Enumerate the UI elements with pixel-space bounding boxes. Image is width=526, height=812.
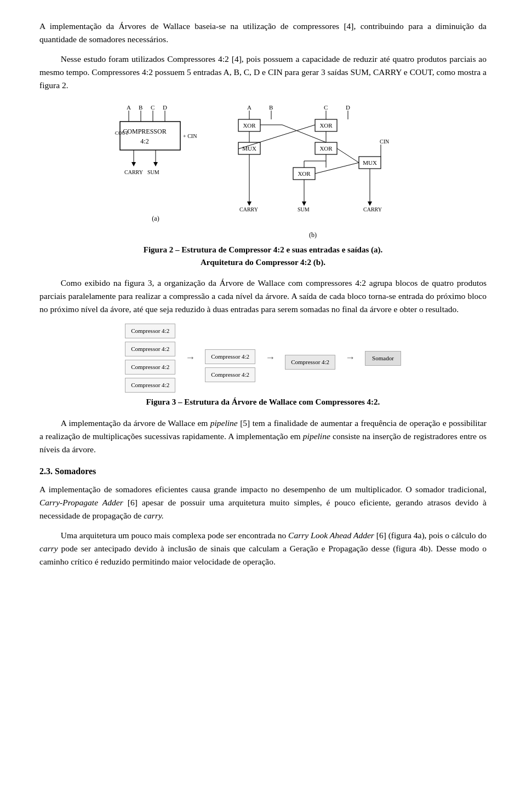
svg-text:XOR: XOR bbox=[243, 122, 256, 129]
p4-italic-1: pipeline bbox=[210, 418, 238, 428]
svg-text:A: A bbox=[247, 104, 251, 111]
svg-text:D: D bbox=[346, 104, 350, 111]
paragraph-1: A implementação da Árvores de Wallace ba… bbox=[39, 20, 487, 46]
svg-marker-17 bbox=[153, 162, 158, 166]
figure-3-diagram: Compressor 4:2 Compressor 4:2 Compressor… bbox=[125, 324, 401, 393]
svg-text:C: C bbox=[151, 104, 155, 111]
arrow-2: → bbox=[265, 350, 275, 366]
svg-text:SUM: SUM bbox=[147, 169, 159, 175]
figure-2-caption-line2: Arquitetura do Compressor 4:2 (b). bbox=[201, 258, 325, 267]
figure-3-col3: Compressor 4:2 bbox=[285, 355, 335, 370]
p4-text-1: A implementação da árvore de Wallace em bbox=[61, 418, 210, 428]
svg-marker-50 bbox=[247, 201, 251, 206]
figure-2-caption: Figura 2 – Estrutura de Compressor 4:2 e… bbox=[39, 244, 487, 269]
section-heading: 2.3. Somadores bbox=[39, 465, 487, 479]
p6-italic-2: carry bbox=[39, 544, 58, 553]
svg-line-60 bbox=[315, 163, 359, 174]
svg-text:A: A bbox=[127, 104, 131, 111]
figure-3-caption: Figura 3 – Estrutura da Árvore de Wallac… bbox=[39, 396, 487, 408]
figure-2a-svg: A B C D COMPRESSOR 4:2 + CIN +COUT CARRY bbox=[115, 102, 197, 211]
svg-marker-56 bbox=[368, 201, 372, 206]
figure-3-col2: Compressor 4:2 Compressor 4:2 bbox=[205, 349, 255, 382]
svg-text:B: B bbox=[139, 104, 142, 111]
section-num: 2.3. bbox=[39, 467, 53, 476]
section-title: Somadores bbox=[55, 467, 96, 476]
comp-box-7: Compressor 4:2 bbox=[285, 355, 335, 370]
figure-2-container: A B C D COMPRESSOR 4:2 + CIN +COUT CARRY bbox=[39, 102, 487, 240]
p6-text-3: pode ser antecipado devido à inclusão de… bbox=[39, 544, 487, 566]
svg-line-59 bbox=[337, 148, 359, 163]
p6-text-2: [6] (figura 4a), pois o cálculo do bbox=[374, 531, 487, 540]
arrow-3: → bbox=[345, 350, 355, 366]
figure-2b-label: (b) bbox=[309, 230, 317, 240]
svg-text:SUM: SUM bbox=[298, 206, 310, 212]
figure-2-right: A B C D XOR XOR MUX XOR bbox=[214, 102, 411, 240]
svg-text:CARRY: CARRY bbox=[363, 206, 382, 212]
svg-text:COMPRESSOR: COMPRESSOR bbox=[123, 128, 166, 135]
svg-text:C: C bbox=[324, 104, 328, 111]
svg-text:MUX: MUX bbox=[363, 159, 377, 166]
svg-text:4:2: 4:2 bbox=[140, 137, 148, 145]
comp-box-4: Compressor 4:2 bbox=[125, 378, 175, 393]
svg-text:XOR: XOR bbox=[319, 122, 333, 129]
p5-italic-2: carry. bbox=[144, 511, 164, 520]
paragraph-3: Como exibido na figura 3, a organização … bbox=[39, 277, 487, 316]
svg-text:+COUT: +COUT bbox=[115, 130, 129, 136]
figure-2-caption-line1: Figura 2 – Estrutura de Compressor 4:2 e… bbox=[144, 245, 383, 254]
figure-2b-svg: A B C D XOR XOR MUX XOR bbox=[214, 102, 411, 228]
svg-text:B: B bbox=[269, 104, 273, 111]
svg-marker-53 bbox=[302, 201, 306, 206]
comp-box-1: Compressor 4:2 bbox=[125, 324, 175, 338]
comp-box-6: Compressor 4:2 bbox=[205, 367, 255, 382]
figure-2a-label: (a) bbox=[152, 214, 159, 224]
p5-italic-1: Carry-Propagate Adder bbox=[39, 498, 123, 507]
figure-3-container: Compressor 4:2 Compressor 4:2 Compressor… bbox=[39, 324, 487, 393]
p6-italic-1: Carry Look Ahead Adder bbox=[288, 531, 374, 540]
comp-box-5: Compressor 4:2 bbox=[205, 349, 255, 364]
figure-2-left: A B C D COMPRESSOR 4:2 + CIN +COUT CARRY bbox=[115, 102, 197, 224]
p4-italic-2: pipeline bbox=[303, 431, 330, 441]
svg-text:XOR: XOR bbox=[298, 170, 311, 177]
figure-3-caption-text: Figura 3 – Estrutura da Árvore de Wallac… bbox=[146, 398, 380, 406]
svg-text:CARRY: CARRY bbox=[239, 206, 258, 212]
svg-rect-8 bbox=[120, 122, 180, 150]
svg-text:CARRY: CARRY bbox=[124, 169, 143, 175]
figure-3-adder-col: Somador bbox=[365, 351, 401, 366]
comp-box-2: Compressor 4:2 bbox=[125, 342, 175, 356]
paragraph-2: Nesse estudo foram utilizados Compressor… bbox=[39, 53, 487, 92]
p6-text-1: Uma arquitetura um pouco mais complexa p… bbox=[61, 531, 288, 540]
svg-marker-16 bbox=[132, 162, 136, 166]
svg-text:MUX: MUX bbox=[242, 145, 256, 152]
paragraph-6: Uma arquitetura um pouco mais complexa p… bbox=[39, 529, 487, 568]
comp-box-3: Compressor 4:2 bbox=[125, 360, 175, 375]
arrow-1: → bbox=[185, 350, 195, 366]
adder-box: Somador bbox=[365, 351, 401, 366]
svg-text:XOR: XOR bbox=[319, 145, 333, 152]
figure-3-col1: Compressor 4:2 Compressor 4:2 Compressor… bbox=[125, 324, 175, 393]
paragraph-4: A implementação da árvore de Wallace em … bbox=[39, 417, 487, 456]
paragraph-5: A implementação de somadores eficientes … bbox=[39, 483, 487, 522]
svg-text:D: D bbox=[163, 104, 167, 111]
svg-text:CIN: CIN bbox=[380, 139, 389, 145]
p5-text-1: A implementação de somadores eficientes … bbox=[39, 485, 487, 494]
svg-text:+ CIN: + CIN bbox=[183, 133, 197, 139]
